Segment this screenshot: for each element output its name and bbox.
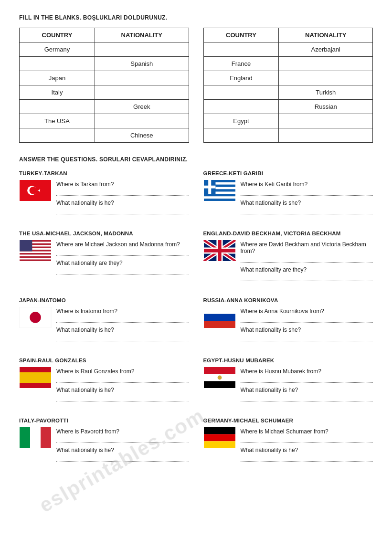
svg-point-2 [30, 187, 37, 194]
table1-header-country: COUNTRY [20, 28, 95, 42]
table-cell: The USA [20, 114, 95, 128]
svg-rect-41 [20, 372, 51, 383]
svg-rect-50 [204, 434, 235, 442]
answer-line1-greece [241, 189, 373, 196]
svg-rect-24 [20, 259, 51, 261]
q2-germany: What nationality is he? [241, 447, 373, 453]
flag-germany [203, 427, 236, 449]
svg-rect-48 [41, 427, 51, 448]
flag-japan [19, 307, 52, 329]
table-cell: France [203, 57, 279, 71]
q1-germany: Where is Michael Schumaer from? [241, 428, 373, 435]
question-block-england: ENGLAND-DAVID BECKHAM, VICTORIA BECKHAM … [203, 231, 373, 285]
q1-russia: Where is Anna Kournikova from? [241, 308, 373, 315]
block-content-usa: Where are Michael Jackson and Madonna fr… [19, 240, 189, 278]
q1-egypt: Where is Husnu Mubarek from? [241, 368, 373, 375]
question-block-turkey: TURKEY-TARKAN Where is Tarkan from?What … [19, 170, 189, 218]
svg-rect-47 [30, 427, 41, 448]
answer-line2-spain [56, 395, 189, 401]
q2-egypt: What nationality is he? [241, 387, 373, 393]
answer-line2-usa [56, 268, 189, 274]
q1-italy: Where is Pavorotti from? [56, 428, 189, 435]
section2-instruction: ANSWER THE QUESTIONS. SORULARI CEVAPLAND… [19, 156, 373, 163]
svg-rect-13 [204, 199, 235, 201]
answer-line2-russia [241, 335, 373, 341]
question-block-usa: THE USA-MICHAEL JACKSON, MADONNA Where a… [19, 231, 189, 285]
block-content-turkey: Where is Tarkan from?What nationality is… [19, 180, 189, 218]
q2-greece: What nationality is she? [241, 200, 373, 206]
table-cell [203, 85, 279, 100]
answer-line2-italy [56, 455, 189, 462]
svg-rect-12 [204, 196, 235, 199]
svg-point-45 [217, 376, 222, 380]
table-cell: Italy [20, 85, 95, 100]
q2-turkey: What nationality is he? [56, 200, 189, 206]
question-lines-turkey: Where is Tarkan from?What nationality is… [56, 180, 189, 218]
question-block-russia: RUSSIA-ANNA KORNIKOVA Where is Anna Kour… [203, 297, 373, 345]
question-block-japan: JAPAN-INATOMO Where is Inatomo from?What… [19, 297, 189, 345]
flag-spain [19, 367, 52, 389]
table-cell: Germany [20, 42, 95, 57]
table-cell: Russian [279, 100, 373, 114]
block-content-russia: Where is Anna Kournikova from?What natio… [203, 307, 373, 345]
answer-line1-japan [56, 316, 189, 323]
table-cell [95, 71, 189, 85]
table-cell [95, 42, 189, 57]
block-content-japan: Where is Inatomo from?What nationality i… [19, 307, 189, 345]
table-cell: England [203, 71, 279, 85]
tables-section: COUNTRY NATIONALITY GermanySpanishJapanI… [19, 28, 373, 143]
answer-line1-spain [56, 376, 189, 383]
q2-spain: What nationality is he? [56, 387, 189, 393]
q1-usa: Where are Michael Jackson and Madonna fr… [56, 241, 189, 248]
q1-spain: Where is Raul Gonzales from? [56, 368, 189, 375]
q2-england: What nationality are they? [241, 266, 373, 273]
table-cell [279, 57, 373, 71]
table2-header-country: COUNTRY [203, 28, 279, 42]
block-content-germany: Where is Michael Schumaer from?What nati… [203, 427, 373, 465]
answer-line1-germany [241, 436, 373, 443]
table-cell [95, 114, 189, 128]
answer-line2-england [241, 274, 373, 281]
block-title-england: ENGLAND-DAVID BECKHAM, VICTORIA BECKHAM [203, 231, 373, 236]
svg-rect-38 [204, 314, 235, 321]
table-cell [279, 114, 373, 128]
table-left: COUNTRY NATIONALITY GermanySpanishJapanI… [19, 28, 189, 143]
q2-russia: What nationality is she? [241, 326, 373, 333]
block-content-england: Where are David Beckham and Victoria Bec… [203, 240, 373, 285]
svg-rect-11 [204, 194, 235, 196]
question-lines-italy: Where is Pavorotti from?What nationality… [56, 427, 189, 465]
q1-england: Where are David Beckham and Victoria Bec… [241, 241, 373, 254]
block-content-greece: Where is Keti Garibi from?What nationali… [203, 180, 373, 218]
svg-rect-51 [204, 441, 235, 448]
q2-japan: What nationality is he? [56, 326, 189, 333]
table-cell: Chinese [95, 128, 189, 143]
table-cell [20, 128, 95, 143]
block-title-egypt: EGYPT-HUSNU MUBAREK [203, 358, 373, 363]
table-cell [95, 85, 189, 100]
table-cell [203, 128, 279, 143]
table-cell: Japan [20, 71, 95, 85]
question-lines-japan: Where is Inatomo from?What nationality i… [56, 307, 189, 345]
table2-header-nationality: NATIONALITY [279, 28, 373, 42]
block-title-spain: SPAIN-RAUL GONZALES [19, 358, 189, 363]
flag-usa [19, 240, 52, 262]
table-cell [279, 71, 373, 85]
svg-rect-46 [20, 427, 30, 448]
flag-russia [203, 307, 236, 329]
flag-egypt [203, 367, 236, 389]
flag-italy [19, 427, 52, 449]
question-lines-spain: Where is Raul Gonzales from?What nationa… [56, 367, 189, 405]
questions-grid: TURKEY-TARKAN Where is Tarkan from?What … [19, 170, 373, 469]
flag-turkey [19, 180, 52, 202]
table-cell: Egypt [203, 114, 279, 128]
question-lines-russia: Where is Anna Kournikova from?What natio… [241, 307, 373, 345]
block-content-spain: Where is Raul Gonzales from?What nationa… [19, 367, 189, 405]
block-title-italy: ITALY-PAVOROTTI [19, 418, 189, 423]
answer-line1-turkey [56, 189, 189, 196]
table-cell [203, 42, 279, 57]
question-lines-england: Where are David Beckham and Victoria Bec… [241, 240, 373, 285]
svg-rect-44 [204, 381, 235, 388]
q1-japan: Where is Inatomo from? [56, 308, 189, 315]
answer-line2-germany [241, 455, 373, 462]
block-title-greece: GREECE-KETI GARIBI [203, 170, 373, 176]
